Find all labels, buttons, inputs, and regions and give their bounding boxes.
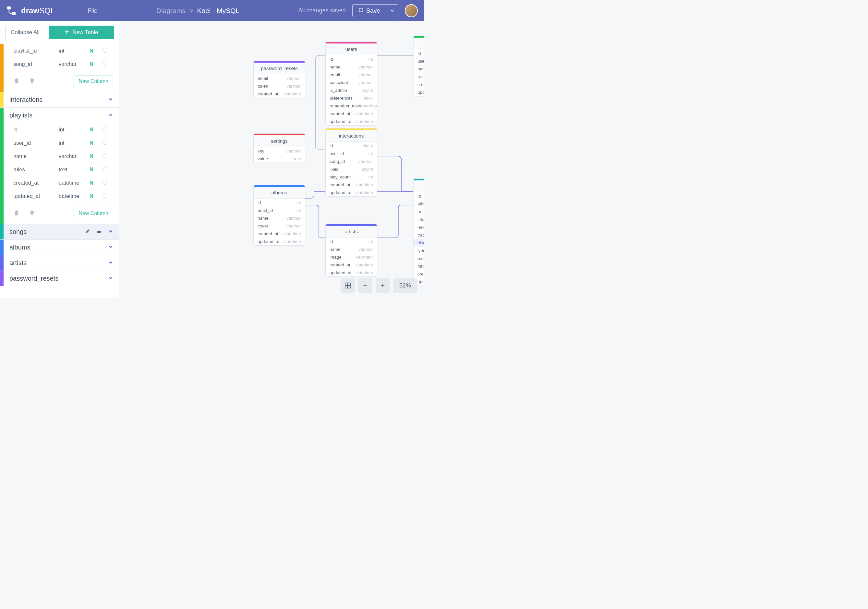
canvas-column-row[interactable]: keyvarchar [254,147,305,155]
canvas-table-albums[interactable]: albumsidintartist_idintnamevarcharcoverv… [253,185,305,245]
table-header-playlists[interactable]: playlists [3,108,119,123]
save-dropdown[interactable] [386,5,398,17]
canvas[interactable]: password_resetsemailvarchartokenvarcharc… [119,21,424,298]
canvas-column-row[interactable]: emailvarchar [326,71,377,79]
canvas-column-row[interactable]: passwordvarchar [326,79,377,86]
canvas-column-row[interactable]: trackint? [414,231,424,239]
canvas-column-row[interactable]: idvarchar [414,192,424,200]
zoom-in-button[interactable]: + [376,278,390,293]
palette-icon[interactable] [29,209,36,218]
column-radio[interactable] [102,166,115,172]
new-column-button[interactable]: New Column [74,208,113,219]
canvas-table-songs[interactable]: songsidvarcharalbum_idintartist_idint?ti… [413,179,424,286]
canvas-column-row[interactable]: created_atdatetime [414,270,424,278]
canvas-column-row[interactable]: idbigint [326,142,377,149]
canvas-table-playlists[interactable]: playlistsidintuser_idintnamevarcharrules… [413,36,424,96]
column-row[interactable]: idintN [3,123,119,136]
column-radio[interactable] [102,127,115,133]
canvas-column-row[interactable]: mtimeint [414,262,424,270]
canvas-column-row[interactable]: created_atdatetime [254,90,305,98]
canvas-column-row[interactable]: created_atdatetime [414,81,424,88]
canvas-column-row[interactable]: titlevarchar [414,216,424,223]
trash-icon[interactable] [13,78,20,85]
canvas-column-row[interactable]: preferencestext? [326,94,377,102]
canvas-column-row[interactable]: user_idint [414,57,424,65]
canvas-column-row[interactable]: user_idint [326,149,377,157]
table-header-songs[interactable]: songs [3,224,119,239]
new-table-button[interactable]: New Table [49,26,114,39]
zoom-out-button[interactable]: − [358,278,372,293]
canvas-table-settings[interactable]: settingskeyvarcharvaluetext [253,134,305,163]
canvas-column-row[interactable]: updated_atdatetime [326,188,377,196]
canvas-column-row[interactable]: namevarchar [414,65,424,73]
canvas-column-row[interactable]: idint [414,49,424,57]
avatar[interactable] [405,4,418,17]
column-row[interactable]: updated_atdatetimeN [3,190,119,203]
canvas-column-row[interactable]: album_idint [414,200,424,208]
trash-icon[interactable] [13,210,20,218]
canvas-column-row[interactable]: discint [414,239,424,247]
canvas-column-row[interactable]: valuetext [254,155,305,163]
canvas-column-row[interactable]: play_countint [326,173,377,181]
canvas-column-row[interactable]: updated_atdatetime [326,118,377,125]
table-header-artists[interactable]: artists [3,255,119,270]
canvas-column-row[interactable]: lengthdouble [414,223,424,231]
canvas-column-row[interactable]: tokenvarchar [254,82,305,90]
column-row[interactable]: song_idvarcharN [3,57,119,71]
canvas-column-row[interactable]: artist_idint [254,207,305,214]
canvas-column-row[interactable]: emailvarchar [254,74,305,82]
canvas-table-interactions[interactable]: interactionsidbigintuser_idintsong_idvar… [326,128,377,197]
canvas-column-row[interactable]: is_admintinyint [326,86,377,94]
column-radio[interactable] [102,61,115,67]
column-radio[interactable] [102,180,115,186]
list-icon[interactable] [96,228,102,236]
canvas-column-row[interactable]: song_idvarchar [326,157,377,165]
edit-icon[interactable] [85,228,90,236]
canvas-column-row[interactable]: imagevarchar? [326,253,377,261]
canvas-table-artists[interactable]: artistsidintnamevarcharimagevarchar?crea… [326,224,377,277]
canvas-column-row[interactable]: pathtext [414,254,424,262]
table-header-albums[interactable]: albums [3,240,119,255]
canvas-column-row[interactable]: created_atdatetime [326,261,377,269]
palette-icon[interactable] [29,77,36,85]
column-radio[interactable] [102,153,115,159]
zoom-percent[interactable]: 52% [393,278,417,293]
column-radio[interactable] [102,140,115,146]
canvas-table-users[interactable]: usersidintnamevarcharemailvarcharpasswor… [326,42,377,126]
column-radio[interactable] [102,48,115,54]
table-header-interactions[interactable]: interactions [3,92,119,107]
file-menu[interactable]: File [88,7,98,14]
grid-toggle-button[interactable] [341,278,355,293]
canvas-column-row[interactable]: rulestext? [414,73,424,81]
canvas-column-row[interactable]: artist_idint? [414,208,424,216]
canvas-column-row[interactable]: updated_atdatetime [414,88,424,96]
canvas-column-row[interactable]: updated_atdatetime [326,269,377,277]
column-radio[interactable] [102,193,115,199]
canvas-column-row[interactable]: remember_tokenvarchar? [326,102,377,110]
canvas-column-row[interactable]: updated_atdatetime [254,238,305,245]
column-row[interactable]: user_idintN [3,136,119,149]
canvas-column-row[interactable]: namevarchar [326,63,377,71]
new-column-button[interactable]: New Column [74,76,113,87]
collapse-all-button[interactable]: Collapse All [5,26,45,39]
canvas-column-row[interactable]: likedtinyint [326,165,377,173]
table-header-password_resets[interactable]: password_resets [3,271,119,286]
column-row[interactable]: playlist_idintN [3,44,119,57]
logo-icon [6,6,16,16]
canvas-column-row[interactable]: idint [254,199,305,207]
canvas-column-row[interactable]: namevarchar [254,214,305,222]
column-row[interactable]: namevarcharN [3,149,119,163]
canvas-column-row[interactable]: lyricstext [414,247,424,254]
canvas-column-row[interactable]: covervarchar [254,222,305,230]
canvas-column-row[interactable]: idint [326,238,377,245]
canvas-column-row[interactable]: created_atdatetime [254,230,305,238]
breadcrumb-parent[interactable]: Diagrams [157,7,186,14]
canvas-column-row[interactable]: created_atdatetime [326,181,377,188]
column-row[interactable]: rulestextN [3,163,119,176]
save-button[interactable]: Save [353,5,386,17]
canvas-table-password_resets[interactable]: password_resetsemailvarchartokenvarcharc… [253,61,305,98]
canvas-column-row[interactable]: idint [326,55,377,63]
canvas-column-row[interactable]: created_atdatetime [326,110,377,118]
canvas-column-row[interactable]: namevarchar [326,245,377,253]
column-row[interactable]: created_atdatetimeN [3,176,119,190]
